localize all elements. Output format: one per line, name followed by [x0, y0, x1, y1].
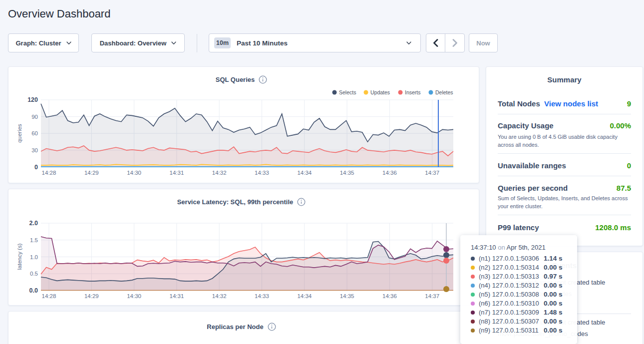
svg-text:14:29: 14:29 [84, 170, 99, 176]
svg-text:14:35: 14:35 [340, 293, 354, 299]
svg-text:14:28: 14:28 [42, 293, 56, 299]
svg-text:14:29: 14:29 [84, 293, 99, 299]
svg-text:latency (s): latency (s) [16, 243, 22, 270]
svg-text:14:31: 14:31 [170, 293, 184, 299]
svg-text:14:33: 14:33 [255, 170, 269, 176]
svg-text:14:34: 14:34 [297, 293, 312, 299]
svg-text:14:31: 14:31 [170, 170, 184, 176]
svg-text:Deletes: Deletes [435, 89, 453, 95]
svg-text:14:32: 14:32 [212, 170, 227, 176]
svg-text:14:32: 14:32 [212, 293, 227, 299]
svg-text:1.5: 1.5 [30, 237, 38, 243]
svg-text:30: 30 [31, 147, 38, 153]
svg-text:14:37: 14:37 [425, 170, 439, 176]
svg-text:14:36: 14:36 [382, 293, 397, 299]
svg-text:90: 90 [31, 114, 38, 120]
svg-text:Inserts: Inserts [405, 89, 421, 95]
svg-text:14:28: 14:28 [42, 170, 56, 176]
svg-text:14:33: 14:33 [255, 293, 269, 299]
svg-text:queries: queries [16, 124, 22, 143]
svg-text:2.0: 2.0 [29, 220, 38, 227]
svg-text:120: 120 [27, 96, 38, 103]
svg-text:Selects: Selects [339, 89, 356, 95]
svg-text:60: 60 [31, 130, 38, 136]
svg-text:14:34: 14:34 [297, 170, 312, 176]
svg-text:0: 0 [34, 164, 38, 171]
svg-text:14:35: 14:35 [340, 170, 354, 176]
svg-text:14:36: 14:36 [382, 170, 397, 176]
svg-text:0.5: 0.5 [30, 271, 38, 277]
svg-text:14:30: 14:30 [127, 170, 141, 176]
svg-text:Updates: Updates [370, 89, 390, 95]
svg-text:14:37: 14:37 [425, 293, 439, 299]
svg-text:0.0: 0.0 [29, 287, 38, 294]
svg-text:14:30: 14:30 [127, 293, 141, 299]
svg-text:1.0: 1.0 [30, 254, 38, 260]
